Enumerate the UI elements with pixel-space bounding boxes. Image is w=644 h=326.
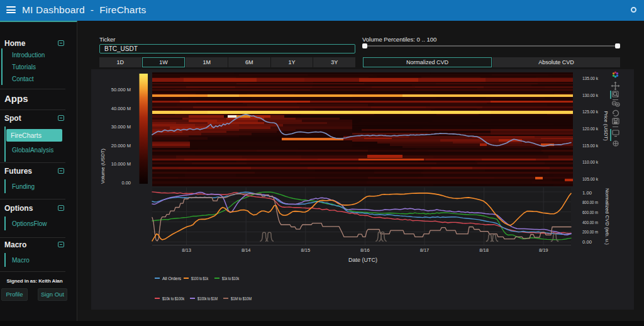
svg-text:40.000 M: 40.000 M <box>111 106 131 111</box>
svg-text:8/14: 8/14 <box>242 247 251 253</box>
svg-text:105.00 k: 105.00 k <box>582 176 598 182</box>
svg-text:30.000 M: 30.000 M <box>111 124 131 130</box>
svg-text:10.000 M: 10.000 M <box>111 161 131 167</box>
svg-text:0.00: 0.00 <box>121 180 131 186</box>
svg-text:$100 to $1k: $100 to $1k <box>191 276 208 281</box>
svg-text:Date (UTC): Date (UTC) <box>348 257 377 263</box>
svg-text:120.00 k: 120.00 k <box>582 126 598 132</box>
svg-text:8/18: 8/18 <box>479 247 489 253</box>
svg-text:400.00 m: 400.00 m <box>582 220 598 225</box>
svg-text:$10k to $100k: $10k to $100k <box>162 296 184 301</box>
svg-text:200.00 m: 200.00 m <box>582 229 598 235</box>
svg-text:All Orders: All Orders <box>162 276 182 281</box>
svg-text:50.000 M: 50.000 M <box>111 87 131 93</box>
svg-text:$100k to $1M: $100k to $1M <box>197 296 218 301</box>
svg-text:20.000 M: 20.000 M <box>111 143 131 149</box>
svg-text:135.00 k: 135.00 k <box>582 76 598 81</box>
svg-text:115.00 k: 115.00 k <box>582 143 598 149</box>
svg-text:130.00 k: 130.00 k <box>582 93 598 98</box>
svg-text:Volume (USDT): Volume (USDT) <box>100 149 106 184</box>
svg-text:8/16: 8/16 <box>360 247 370 253</box>
svg-text:8/17: 8/17 <box>420 247 430 253</box>
svg-text:8/19: 8/19 <box>539 247 548 253</box>
svg-text:Normalized CVD (arb. u.): Normalized CVD (arb. u.) <box>604 188 610 245</box>
svg-text:800.00 m: 800.00 m <box>582 200 598 205</box>
svg-text:$1k to $10k: $1k to $10k <box>222 276 239 281</box>
svg-text:110.00 k: 110.00 k <box>582 159 598 165</box>
svg-text:8/15: 8/15 <box>301 247 310 253</box>
svg-text:$1M to $10M: $1M to $10M <box>231 296 252 301</box>
svg-text:1.00: 1.00 <box>582 190 592 196</box>
svg-text:8/13: 8/13 <box>182 247 191 253</box>
svg-text:600.00 m: 600.00 m <box>582 210 598 215</box>
svg-text:0.00: 0.00 <box>582 239 592 245</box>
svg-text:Price (USDT): Price (USDT) <box>603 111 609 141</box>
svg-text:125.00 k: 125.00 k <box>582 109 598 115</box>
